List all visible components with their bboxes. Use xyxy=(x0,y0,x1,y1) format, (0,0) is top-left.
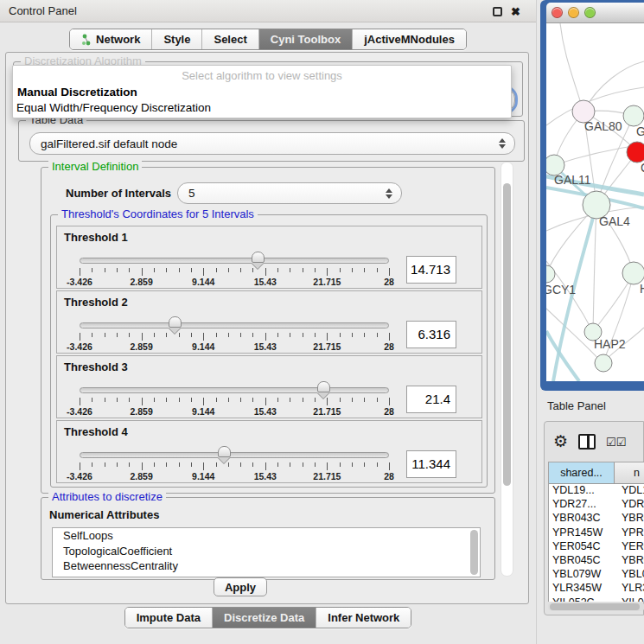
table-row[interactable]: YDL19...YDL1 xyxy=(549,484,644,498)
table-row[interactable]: YBL079WYBL0 xyxy=(549,568,644,582)
network-node-ga[interactable] xyxy=(623,105,644,126)
cell-shared-name[interactable]: YLR345W xyxy=(549,582,615,596)
split-columns-icon[interactable] xyxy=(578,434,596,450)
slider-scale-label: 28 xyxy=(384,471,394,481)
combo-stepper-icon xyxy=(386,188,392,199)
cell-shared-name[interactable]: YER054C xyxy=(549,540,615,554)
group-title-interval-definition: Interval Definition xyxy=(48,161,142,173)
thresholds-coordinates-group: Threshold's Coordinates for 5 Intervals … xyxy=(50,214,488,488)
node-label: GCY1 xyxy=(546,283,576,296)
cell-name[interactable]: YPR1 xyxy=(615,526,644,540)
attribute-list-item[interactable]: TopologicalCoefficient xyxy=(53,544,480,559)
cell-shared-name[interactable]: YBR045C xyxy=(549,554,615,568)
threshold-value-field[interactable]: 6.316 xyxy=(406,321,456,348)
table-horizontal-scrollbar[interactable] xyxy=(548,603,644,611)
slider-track[interactable] xyxy=(80,258,389,264)
network-node[interactable] xyxy=(595,354,612,372)
combo-stepper-icon xyxy=(499,138,506,149)
threshold-slider[interactable]: -3.4262.8599.14415.4321.71528 xyxy=(80,319,389,354)
tab-style[interactable]: Style xyxy=(151,29,201,49)
cell-shared-name[interactable]: YBR043C xyxy=(549,512,615,526)
attribute-list-item[interactable]: BetweennessCentrality xyxy=(53,558,480,574)
scrollbar-thumb[interactable] xyxy=(503,183,511,486)
minimize-traffic-light-icon[interactable] xyxy=(568,7,579,18)
close-traffic-light-icon[interactable] xyxy=(552,7,563,18)
table-row[interactable]: YIL052CYIL0 xyxy=(549,596,644,603)
slider-thumb[interactable] xyxy=(317,381,330,392)
main-vertical-scrollbar[interactable] xyxy=(501,162,513,577)
slider-thumb[interactable] xyxy=(218,446,231,457)
column-header-name[interactable]: n xyxy=(615,462,644,483)
number-of-intervals-combobox[interactable]: 5 xyxy=(177,182,402,204)
table-data-combobox[interactable]: galFiltered.sif default node xyxy=(29,132,515,155)
threshold-slider[interactable]: -3.4262.8599.14415.4321.71528 xyxy=(80,384,389,418)
table-row[interactable]: YPR145WYPR1 xyxy=(549,526,644,540)
cell-name[interactable]: YLR3 xyxy=(615,582,644,596)
cell-shared-name[interactable]: YDR27... xyxy=(549,498,615,512)
slider-scale-label: 28 xyxy=(384,406,394,417)
table-row[interactable]: YBR045CYBR0 xyxy=(549,554,644,568)
close-icon[interactable]: ✖ xyxy=(511,7,520,16)
zoom-traffic-light-icon[interactable] xyxy=(584,7,596,18)
threshold-slider[interactable]: -3.4262.8599.14415.4321.71528 xyxy=(80,449,389,483)
tab-infer-network[interactable]: Infer Network xyxy=(316,608,411,628)
attribute-list-item[interactable]: SelfLoops xyxy=(53,528,480,544)
slider-scale-label: -3.426 xyxy=(67,471,92,481)
slider-scale-label: 21.715 xyxy=(313,471,341,481)
threshold-value-field[interactable]: 14.713 xyxy=(406,256,456,284)
tab-label: Select xyxy=(214,33,246,46)
tab-cyni-toolbox[interactable]: Cyni Toolbox xyxy=(258,29,352,49)
cell-shared-name[interactable]: YPR145W xyxy=(549,526,615,540)
cell-name[interactable]: YER0 xyxy=(615,540,644,554)
threshold-value-field[interactable]: 21.4 xyxy=(406,386,456,413)
cell-shared-name[interactable]: YIL052C xyxy=(549,596,615,603)
cell-name[interactable]: YBR0 xyxy=(615,512,644,526)
tab-jactivemnodules[interactable]: jActiveMNodules xyxy=(352,29,466,49)
table-row[interactable]: YLR345WYLR3 xyxy=(549,582,644,596)
attributes-to-discretize-group: Attributes to discretize Numerical Attri… xyxy=(41,497,495,580)
checkbox-checked-icon[interactable]: ☑☑ xyxy=(606,436,626,449)
slider-track[interactable] xyxy=(80,452,389,458)
tab-select[interactable]: Select xyxy=(201,29,258,49)
scrollbar-thumb[interactable] xyxy=(550,603,640,610)
node-label: HAP2 xyxy=(594,337,626,351)
cell-name[interactable]: YIL0 xyxy=(615,596,644,603)
network-node-gcy1[interactable] xyxy=(546,265,555,283)
slider-scale-labels: -3.4262.8599.14415.4321.71528 xyxy=(80,277,389,287)
float-window-icon[interactable] xyxy=(493,7,502,16)
slider-track[interactable] xyxy=(80,387,389,393)
cell-shared-name[interactable]: YDL19... xyxy=(549,484,615,498)
column-header-shared-name[interactable]: shared... xyxy=(549,462,615,483)
slider-thumb[interactable] xyxy=(169,316,182,328)
slider-scale-label: 9.144 xyxy=(192,277,214,287)
numerical-attributes-list[interactable]: SelfLoopsTopologicalCoefficientBetweenne… xyxy=(52,527,481,577)
cell-name[interactable]: YDL1 xyxy=(615,484,644,498)
network-node-c[interactable] xyxy=(627,142,644,163)
threshold-value-field[interactable]: 11.344 xyxy=(406,450,456,478)
table-row[interactable]: YBR043CYBR0 xyxy=(549,512,644,526)
dropdown-option-manual-discretization[interactable]: Manual Discretization xyxy=(17,86,137,99)
table-panel-toolbar: ⚙ ☑☑ xyxy=(553,429,644,455)
slider-thumb[interactable] xyxy=(252,252,265,263)
dropdown-option-equal-width-frequency[interactable]: Equal Width/Frequency Discretization xyxy=(16,101,211,114)
attributes-list-scrollbar[interactable] xyxy=(470,530,478,575)
tab-network[interactable]: Network xyxy=(70,29,151,49)
bottom-tab-bar: Impute DataDiscretize DataInfer Network xyxy=(0,607,536,628)
tab-label: Discretize Data xyxy=(224,611,304,624)
network-canvas[interactable]: GAL80GACGAL11GAL4GCY1HHAP2 xyxy=(546,23,644,381)
cell-shared-name[interactable]: YBL079W xyxy=(549,568,615,582)
gear-icon[interactable]: ⚙ xyxy=(553,433,568,450)
table-row[interactable]: YER054CYER0 xyxy=(549,540,644,554)
cell-name[interactable]: YBL0 xyxy=(615,568,644,582)
dropdown-hint: Select algorithm to view settings xyxy=(13,69,511,82)
slider-track[interactable] xyxy=(80,322,389,328)
threshold-slider[interactable]: -3.4262.8599.14415.4321.71528 xyxy=(80,254,389,289)
cell-name[interactable]: YDR2 xyxy=(615,498,644,512)
tab-impute-data[interactable]: Impute Data xyxy=(125,608,212,628)
interval-definition-group: Interval Definition Number of Intervals … xyxy=(41,167,495,494)
apply-button[interactable]: Apply xyxy=(214,577,267,596)
table-row[interactable]: YDR27...YDR2 xyxy=(549,498,644,512)
tab-discretize-data[interactable]: Discretize Data xyxy=(212,608,316,628)
cell-name[interactable]: YBR0 xyxy=(615,554,644,568)
panel-splitter[interactable] xyxy=(536,0,537,644)
